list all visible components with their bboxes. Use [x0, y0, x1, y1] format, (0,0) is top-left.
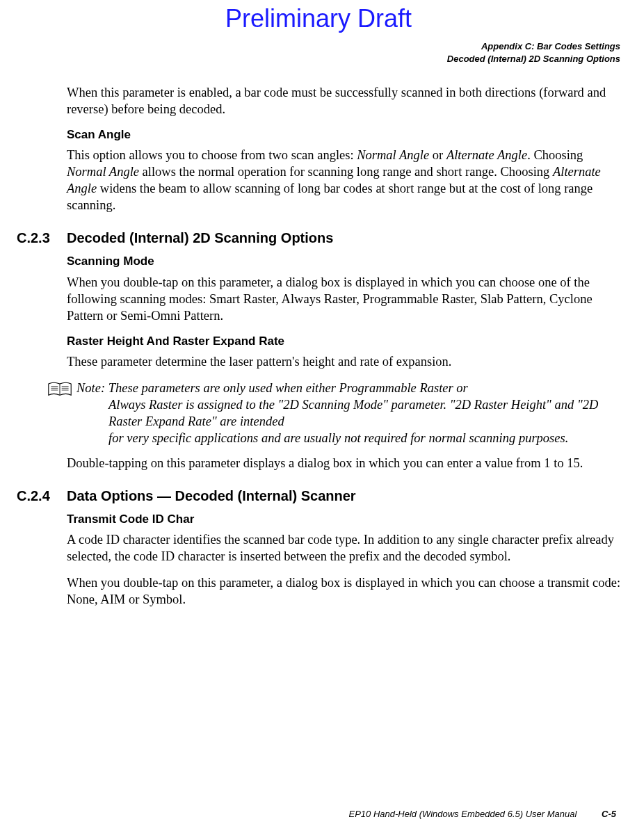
section-number: C.2.4 — [17, 487, 67, 505]
page-header: Appendix C: Bar Codes Settings Decoded (… — [17, 40, 620, 65]
note-label: Note: — [76, 381, 108, 395]
footer-page-number: C-5 — [602, 809, 616, 819]
section-c23-row: C.2.3 Decoded (Internal) 2D Scanning Opt… — [17, 229, 622, 247]
text: This option allows you to choose from tw… — [67, 148, 357, 162]
raster-heading: Raster Height And Raster Expand Rate — [67, 334, 622, 349]
raster-paragraph: These parameter determine the laser patt… — [67, 353, 622, 370]
book-icon — [47, 381, 72, 403]
intro-paragraph: When this parameter is enabled, a bar co… — [67, 84, 622, 118]
note-content: Note: These parameters are only used whe… — [76, 380, 622, 446]
section-title: Decoded (Internal) 2D Scanning Options — [67, 229, 333, 247]
page: Preliminary Draft Appendix C: Bar Codes … — [0, 0, 637, 840]
note-block: Note: These parameters are only used whe… — [47, 380, 622, 446]
text: . Choosing — [527, 148, 583, 162]
emphasis-normal-angle: Normal Angle — [357, 148, 429, 162]
transmit-paragraph-1: A code ID character identifies the scann… — [67, 531, 622, 565]
header-section: Decoded (Internal) 2D Scanning Options — [17, 53, 620, 65]
section-number: C.2.3 — [17, 229, 67, 247]
scanning-mode-heading: Scanning Mode — [67, 254, 622, 269]
header-appendix: Appendix C: Bar Codes Settings — [17, 40, 620, 53]
note-line-3: for very specific applications and are u… — [76, 430, 622, 446]
text: allows the normal operation for scanning… — [139, 165, 553, 179]
footer-manual-title: EP10 Hand-Held (Windows Embedded 6.5) Us… — [348, 809, 576, 819]
raster-paragraph-2: Double-tapping on this parameter display… — [67, 455, 622, 471]
text: or — [429, 148, 446, 162]
transmit-heading: Transmit Code ID Char — [67, 512, 622, 527]
section-title: Data Options — Decoded (Internal) Scanne… — [67, 487, 356, 505]
note-line-2: Always Raster is assigned to the "2D Sca… — [76, 396, 622, 430]
text: widens the beam to allow scanning of lon… — [67, 181, 592, 212]
page-footer: EP10 Hand-Held (Windows Embedded 6.5) Us… — [348, 809, 616, 819]
scan-angle-heading: Scan Angle — [67, 127, 622, 143]
transmit-paragraph-2: When you double-tap on this parameter, a… — [67, 574, 622, 608]
scanning-mode-paragraph: When you double-tap on this parameter, a… — [67, 274, 622, 324]
section-c24-row: C.2.4 Data Options — Decoded (Internal) … — [17, 487, 622, 505]
emphasis-normal-angle-2: Normal Angle — [67, 165, 139, 179]
page-body: When this parameter is enabled, a bar co… — [67, 84, 622, 608]
note-text: These parameters are only used when eith… — [108, 381, 468, 395]
scan-angle-paragraph: This option allows you to choose from tw… — [67, 147, 622, 213]
note-line-1: Note: These parameters are only used whe… — [76, 380, 622, 396]
emphasis-alternate-angle: Alternate Angle — [446, 148, 527, 162]
watermark-label: Preliminary Draft — [0, 4, 637, 33]
